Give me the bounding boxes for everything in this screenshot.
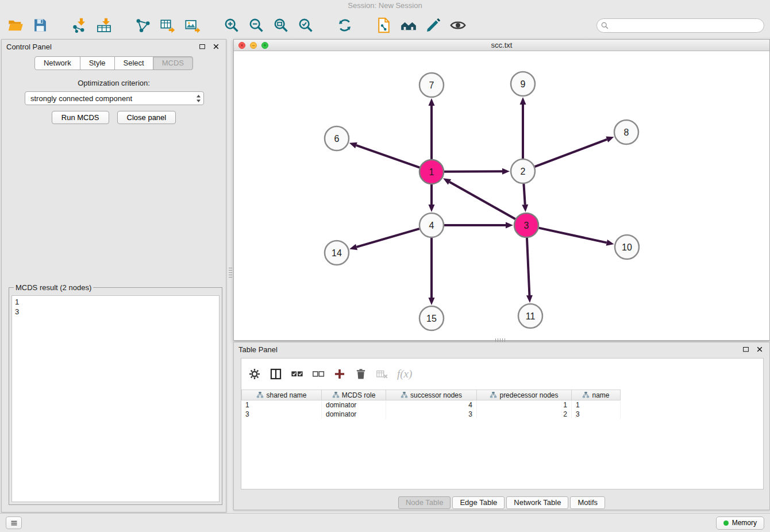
table-row[interactable]: 3dominator323 <box>241 410 763 419</box>
edge-2-8[interactable] <box>535 137 614 167</box>
optimization-select[interactable]: strongly connected component <box>25 91 204 105</box>
edge-3-1[interactable] <box>443 178 515 219</box>
float-table-panel-button[interactable] <box>741 344 751 354</box>
node-8[interactable]: 8 <box>614 120 638 144</box>
apply-layout-button[interactable] <box>335 15 355 36</box>
column-header-label: successor nodes <box>410 391 462 399</box>
edge-2-3[interactable] <box>522 184 528 212</box>
table-cell: 3 <box>241 410 322 419</box>
close-window-button[interactable] <box>238 42 245 49</box>
optimization-criterion-label: Optimization criterion: <box>2 79 226 87</box>
column-header-mcds-role[interactable]: MCDS role <box>322 390 386 400</box>
node-2[interactable]: 2 <box>511 159 535 183</box>
edge-4-15[interactable] <box>429 238 435 305</box>
zoom-out-button[interactable] <box>247 15 266 36</box>
float-control-panel-button[interactable] <box>197 41 207 52</box>
edge-3-10[interactable] <box>538 228 614 246</box>
svg-text:6: 6 <box>334 134 340 144</box>
table-cell: 1 <box>572 400 621 410</box>
table-cell: 4 <box>386 400 477 410</box>
delete-column-button[interactable] <box>352 365 369 383</box>
save-session-button[interactable] <box>30 15 50 36</box>
table-panel-title: Table Panel <box>238 345 278 354</box>
table-cell: dominator <box>322 410 386 419</box>
annotation-brush-button[interactable] <box>424 15 443 36</box>
zoom-selected-button[interactable] <box>296 15 315 36</box>
memory-button[interactable]: Memory <box>716 516 764 530</box>
node-3[interactable]: 3 <box>514 213 538 237</box>
network-from-selection-button[interactable] <box>374 15 394 36</box>
import-network-button[interactable] <box>70 15 89 36</box>
show-columns-button[interactable] <box>267 365 284 383</box>
column-header-label: shared name <box>266 391 306 399</box>
column-header-successor-nodes[interactable]: successor nodes <box>386 390 477 400</box>
zoom-fit-button[interactable] <box>271 15 291 36</box>
export-network-button[interactable] <box>133 15 153 36</box>
column-header-name[interactable]: name <box>572 390 621 400</box>
table-settings-button[interactable] <box>246 365 263 383</box>
zoom-in-button[interactable] <box>222 15 241 36</box>
edge-1-4[interactable] <box>429 184 435 212</box>
node-1[interactable]: 1 <box>419 160 444 184</box>
vertical-splitter-grip[interactable] <box>229 268 232 278</box>
node-15[interactable]: 15 <box>419 306 444 330</box>
column-header-shared-name[interactable]: shared name <box>241 390 322 400</box>
column-type-icon <box>582 391 590 399</box>
node-14[interactable]: 14 <box>325 241 349 265</box>
table-cell: 3 <box>386 410 477 419</box>
export-image-button[interactable] <box>183 15 202 36</box>
edge-1-6[interactable] <box>349 142 420 168</box>
function-builder-button: f(x) <box>395 365 414 383</box>
table-row[interactable]: 1dominator411 <box>241 400 763 410</box>
node-9[interactable]: 9 <box>511 72 535 96</box>
close-table-panel-button[interactable] <box>754 344 765 354</box>
table-cell: 1 <box>241 400 322 410</box>
tab-node-table[interactable]: Node Table <box>398 496 451 509</box>
import-table-button[interactable] <box>94 15 114 36</box>
export-table-button[interactable] <box>158 15 178 36</box>
tab-style[interactable]: Style <box>80 56 115 70</box>
mcds-result-list[interactable]: 13 <box>11 295 220 502</box>
column-header-predecessor-nodes[interactable]: predecessor nodes <box>477 390 572 400</box>
open-session-button[interactable] <box>6 15 25 36</box>
edge-4-14[interactable] <box>349 229 419 250</box>
edge-2-9[interactable] <box>520 97 526 159</box>
network-window-titlebar[interactable]: scc.txt <box>234 40 769 51</box>
node-4[interactable]: 4 <box>419 213 444 237</box>
tab-select[interactable]: Select <box>114 56 153 70</box>
mcds-result-title: MCDS result (2 nodes) <box>14 283 93 292</box>
svg-text:10: 10 <box>622 242 632 252</box>
node-7[interactable]: 7 <box>419 73 444 97</box>
tab-network[interactable]: Network <box>34 56 80 70</box>
edge-3-11[interactable] <box>526 238 533 303</box>
edge-1-2[interactable] <box>444 168 510 175</box>
minimize-window-button[interactable] <box>250 42 257 49</box>
first-neighbors-button[interactable] <box>399 15 418 36</box>
deselect-all-rows-button[interactable] <box>310 365 327 383</box>
select-all-rows-button[interactable] <box>288 365 306 383</box>
edge-4-3[interactable] <box>444 222 513 229</box>
graphics-details-button[interactable] <box>448 15 468 36</box>
node-10[interactable]: 10 <box>615 235 639 259</box>
run-mcds-button[interactable]: Run MCDS <box>52 111 109 124</box>
close-panel-button[interactable]: Close panel <box>117 111 176 124</box>
search-icon <box>600 21 609 30</box>
node-6[interactable]: 6 <box>325 126 349 151</box>
network-canvas[interactable]: 7968124314101511 <box>234 51 769 340</box>
close-control-panel-button[interactable] <box>211 41 221 52</box>
panel-list-button[interactable] <box>6 516 22 529</box>
search-input[interactable] <box>596 18 764 33</box>
node-11[interactable]: 11 <box>518 304 542 328</box>
control-panel-header: Control Panel <box>2 40 226 53</box>
tab-edge-table[interactable]: Edge Table <box>452 496 505 509</box>
edge-1-7[interactable] <box>429 98 435 159</box>
tab-mcds[interactable]: MCDS <box>153 56 193 70</box>
table-toolbar: f(x) <box>241 358 763 390</box>
tab-motifs[interactable]: Motifs <box>570 496 605 509</box>
svg-text:3: 3 <box>524 221 529 230</box>
zoom-window-button[interactable] <box>261 42 268 49</box>
table-cell: 2 <box>477 410 572 419</box>
tab-network-table[interactable]: Network Table <box>506 496 568 509</box>
svg-text:4: 4 <box>429 221 434 230</box>
add-column-button[interactable] <box>331 365 348 383</box>
